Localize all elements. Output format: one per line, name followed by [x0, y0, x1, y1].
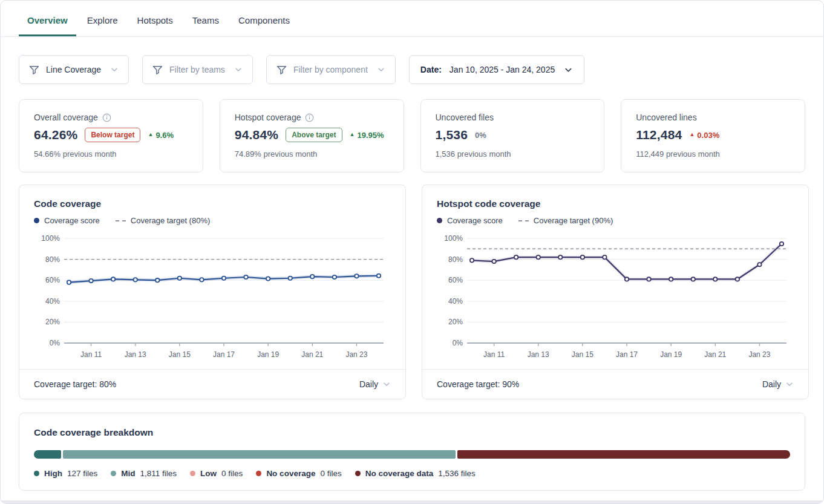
stat-card-hotspot-coverage: Hotspot coverage 94.84% Above target ▲19… — [220, 99, 404, 172]
chevron-down-icon — [110, 65, 119, 74]
stat-cards-row: Overall coverage 64.26% Below target ▲9.… — [1, 84, 823, 172]
legend-dot-icon — [111, 471, 116, 476]
stat-value: 1,536 — [436, 128, 468, 142]
interval-dropdown[interactable]: Daily — [762, 379, 794, 389]
legend-label: Coverage target (80%) — [131, 216, 211, 225]
date-label: Date: — [420, 65, 442, 74]
legend-count: 1,536 files — [438, 469, 476, 478]
svg-text:40%: 40% — [45, 297, 60, 306]
info-icon[interactable] — [102, 113, 111, 122]
stat-previous: 74.89% previous month — [235, 149, 389, 159]
chevron-down-icon — [785, 380, 794, 388]
stat-delta: ▲19.95% — [350, 131, 384, 140]
stat-value: 64.26% — [34, 128, 77, 142]
coverage-type-filter[interactable]: Line Coverage — [19, 55, 129, 84]
window-bottom-edge — [1, 500, 823, 503]
legend-coverage-score: Coverage score — [437, 216, 503, 225]
legend-label: Coverage score — [44, 216, 100, 225]
interval-dropdown[interactable]: Daily — [359, 379, 391, 389]
interval-value: Daily — [762, 379, 781, 389]
chart-title: Hotspot code coverage — [437, 198, 794, 209]
teams-filter-placeholder: Filter by teams — [169, 65, 225, 74]
chart-title: Code coverage — [34, 198, 391, 209]
tab-hotspots[interactable]: Hotspots — [129, 15, 181, 36]
chart-footer: Coverage target: 90% Daily — [422, 369, 808, 399]
coverage-breakdown-card: Code coverage breakdown High 127 files M… — [19, 413, 805, 491]
legend-label: Coverage target (90%) — [534, 216, 613, 225]
legend-name: High — [44, 469, 62, 478]
chevron-down-icon — [234, 65, 243, 74]
stat-card-uncovered-lines: Uncovered lines 112,484 ▲0.03% 112,449 p… — [621, 99, 805, 172]
stat-delta: ▲9.6% — [148, 131, 174, 140]
svg-text:Jan 11: Jan 11 — [483, 350, 505, 359]
date-range-filter[interactable]: Date: Jan 10, 2025 - Jan 24, 2025 — [409, 55, 584, 84]
svg-text:Jan 21: Jan 21 — [704, 350, 726, 359]
tab-teams[interactable]: Teams — [184, 15, 227, 36]
tab-explore[interactable]: Explore — [79, 15, 126, 36]
legend-dot-icon — [34, 471, 39, 476]
legend-label: Coverage score — [447, 216, 503, 225]
legend-dash-icon — [116, 220, 126, 221]
stat-delta: 0% — [475, 131, 486, 140]
filter-funnel-icon — [152, 65, 163, 75]
svg-text:80%: 80% — [45, 255, 60, 264]
stat-label: Overall coverage — [34, 113, 188, 122]
svg-text:20%: 20% — [45, 318, 60, 326]
breakdown-segment-no-coverage-data — [457, 450, 790, 459]
svg-text:Jan 23: Jan 23 — [748, 350, 770, 359]
teams-filter[interactable]: Filter by teams — [142, 55, 253, 84]
stat-label-text: Uncovered files — [436, 113, 494, 122]
stat-label: Hotspot coverage — [235, 113, 389, 122]
hotspot-coverage-chart: 0%20%40%60%80%100%Jan 11Jan 13Jan 15Jan … — [437, 231, 794, 361]
legend-dot-icon — [34, 218, 39, 223]
stat-previous: 54.66% previous month — [34, 149, 188, 159]
tab-bar: Overview Explore Hotspots Teams Componen… — [1, 1, 823, 37]
svg-text:Jan 23: Jan 23 — [345, 350, 367, 359]
tab-components[interactable]: Components — [230, 15, 298, 36]
breakdown-segment-high — [34, 450, 61, 459]
app-window: Overview Explore Hotspots Teams Componen… — [0, 0, 824, 504]
coverage-target-text: Coverage target: 80% — [34, 379, 116, 389]
stat-previous: 112,449 previous month — [636, 149, 790, 159]
tab-overview[interactable]: Overview — [19, 15, 76, 36]
breakdown-segment-mid — [63, 450, 456, 459]
legend-count: 0 files — [320, 469, 341, 478]
component-filter[interactable]: Filter by component — [266, 55, 396, 84]
legend-no-coverage-data: No coverage data 1,536 files — [355, 469, 476, 478]
info-icon[interactable] — [305, 113, 314, 122]
legend-high: High 127 files — [34, 469, 97, 478]
interval-value: Daily — [359, 379, 378, 389]
code-coverage-chart: 0%20%40%60%80%100%Jan 11Jan 13Jan 15Jan … — [34, 231, 391, 361]
svg-text:Jan 11: Jan 11 — [80, 350, 102, 359]
filter-bar: Line Coverage Filter by teams Filter by … — [1, 37, 823, 84]
legend-name: Low — [200, 469, 217, 478]
svg-text:60%: 60% — [448, 276, 463, 284]
legend-dot-icon — [190, 471, 195, 476]
filter-funnel-icon — [29, 65, 39, 75]
legend-mid: Mid 1,811 files — [111, 469, 177, 478]
breakdown-legend: High 127 files Mid 1,811 files Low 0 fil… — [34, 469, 790, 478]
stat-label: Uncovered files — [436, 113, 590, 122]
breakdown-title: Code coverage breakdown — [34, 427, 790, 438]
legend-name: No coverage — [266, 469, 315, 478]
date-range-value: Jan 10, 2025 - Jan 24, 2025 — [450, 65, 555, 74]
svg-text:Jan 17: Jan 17 — [213, 350, 235, 359]
below-target-badge: Below target — [85, 128, 140, 142]
coverage-target-text: Coverage target: 90% — [437, 379, 519, 389]
legend-low: Low 0 files — [190, 469, 243, 478]
coverage-type-value: Line Coverage — [46, 65, 101, 74]
component-filter-placeholder: Filter by component — [293, 65, 368, 74]
chevron-down-icon — [382, 380, 391, 388]
legend-dash-icon — [518, 220, 529, 221]
svg-text:Jan 17: Jan 17 — [616, 350, 638, 359]
svg-text:Jan 19: Jan 19 — [660, 350, 682, 359]
svg-text:Jan 15: Jan 15 — [572, 350, 593, 359]
charts-row: Code coverage Coverage score Coverage ta… — [1, 172, 823, 399]
svg-text:100%: 100% — [41, 234, 60, 243]
chart-legend: Coverage score Coverage target (80%) — [34, 216, 391, 225]
svg-text:Jan 15: Jan 15 — [169, 350, 191, 359]
svg-text:Jan 21: Jan 21 — [301, 350, 323, 359]
stat-delta: ▲0.03% — [689, 131, 719, 140]
legend-coverage-target: Coverage target (80%) — [116, 216, 211, 225]
above-target-badge: Above target — [286, 128, 342, 142]
